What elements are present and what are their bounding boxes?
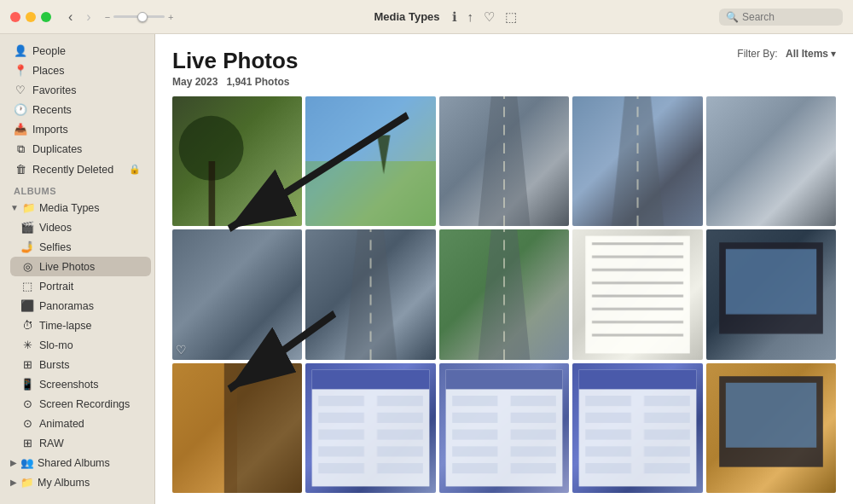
media-types-group[interactable]: ▼ 📁 Media Types — [3, 198, 151, 217]
raw-icon: ⊞ — [20, 437, 34, 449]
photo-grid: ♡ — [172, 96, 836, 493]
title-bar-center: Media Types ℹ ↑ ♡ ⬚ — [174, 8, 719, 26]
filter-button[interactable]: Filter By: All Items ▾ — [737, 48, 836, 60]
photo-canvas — [305, 96, 435, 226]
photo-cell[interactable] — [305, 96, 435, 226]
screenshots-icon: 📱 — [20, 378, 34, 391]
sidebar-item-animated[interactable]: ⊙ Animated — [10, 414, 151, 433]
sidebar-item-label: Favorites — [32, 84, 76, 96]
close-button[interactable] — [10, 12, 20, 22]
chevron-right-icon2: ▶ — [10, 478, 17, 487]
photo-cell[interactable] — [439, 229, 569, 359]
sidebar-item-panoramas[interactable]: ⬛ Panoramas — [10, 296, 151, 316]
page-subtitle: May 2023 1,941 Photos — [172, 76, 298, 88]
my-albums-group[interactable]: ▶ 📁 My Albums — [3, 472, 151, 492]
photo-cell[interactable] — [706, 363, 836, 493]
photo-cell[interactable] — [305, 229, 435, 359]
main-layout: 👤 People 📍 Places ♡ Favorites 🕐 Recents … — [0, 34, 853, 504]
screen-recordings-icon: ⊙ — [20, 397, 34, 410]
content-title-block: Live Photos May 2023 1,941 Photos — [172, 48, 298, 88]
forward-button[interactable]: › — [83, 8, 94, 26]
recents-icon: 🕐 — [14, 103, 27, 116]
sidebar-item-label: Animated — [39, 418, 84, 430]
photo-canvas — [439, 229, 569, 359]
date-label: May 2023 — [172, 76, 218, 88]
sidebar-item-bursts[interactable]: ⊞ Bursts — [10, 355, 151, 374]
favorites-icon: ♡ — [14, 84, 27, 96]
chevron-right-icon: ▶ — [10, 458, 17, 467]
photo-canvas — [172, 229, 302, 359]
chevron-down-icon: ▼ — [10, 203, 19, 212]
sidebar-item-label: Videos — [39, 222, 72, 234]
sidebar-item-videos[interactable]: 🎬 Videos — [10, 217, 151, 237]
share-button[interactable]: ↑ — [466, 8, 476, 26]
sidebar-item-portrait[interactable]: ⬚ Portrait — [10, 276, 151, 296]
portrait-icon: ⬚ — [20, 280, 34, 293]
minimize-button[interactable] — [26, 12, 36, 22]
photo-cell[interactable] — [172, 363, 302, 493]
search-bar[interactable]: 🔍 — [719, 9, 843, 26]
shared-albums-group[interactable]: ▶ 👥 Shared Albums — [3, 453, 151, 472]
photo-canvas — [572, 229, 702, 359]
toolbar-icons: ℹ ↑ ♡ ⬚ — [450, 8, 519, 26]
photo-cell[interactable]: ♡ — [172, 229, 302, 359]
photo-canvas — [572, 96, 702, 226]
sidebar-item-label: Recently Deleted — [32, 164, 113, 176]
imports-icon: 📥 — [14, 123, 27, 136]
sidebar-item-label: Slo-mo — [39, 339, 73, 351]
photo-cell[interactable] — [172, 96, 302, 226]
sidebar-item-recently-deleted[interactable]: 🗑 Recently Deleted 🔒 — [3, 159, 151, 179]
search-input[interactable] — [742, 11, 836, 23]
sidebar-item-label: Duplicates — [32, 143, 82, 155]
title-bar: ‹ › − + Media Types ℹ ↑ ♡ ⬚ 🔍 — [0, 0, 853, 34]
info-button[interactable]: ℹ — [450, 8, 459, 26]
photo-canvas — [439, 363, 569, 493]
photo-cell[interactable] — [572, 229, 702, 359]
photo-canvas — [439, 96, 569, 226]
photo-canvas — [572, 363, 702, 493]
photo-cell[interactable] — [439, 363, 569, 493]
media-types-label: Media Types — [39, 202, 100, 214]
recently-deleted-icon: 🗑 — [14, 163, 27, 176]
sidebar-item-slo-mo[interactable]: ✳ Slo-mo — [10, 335, 151, 355]
traffic-lights — [10, 12, 51, 22]
favorite-button[interactable]: ♡ — [176, 343, 187, 356]
sidebar-item-time-lapse[interactable]: ⏱ Time-lapse — [10, 316, 151, 335]
back-button[interactable]: ‹ — [65, 8, 76, 26]
sidebar-item-raw[interactable]: ⊞ RAW — [10, 433, 151, 453]
sidebar-item-label: Bursts — [39, 359, 69, 371]
toolbar-left: ‹ › − + — [65, 8, 174, 26]
photo-canvas — [172, 96, 302, 226]
photo-cell[interactable] — [572, 363, 702, 493]
fullscreen-button[interactable] — [41, 12, 51, 22]
zoom-control: − + — [105, 12, 174, 22]
photo-cell[interactable] — [305, 363, 435, 493]
media-types-children: 🎬 Videos 🤳 Selfies ◎ Live Photos ⬚ Portr… — [0, 217, 154, 453]
content-area: Live Photos May 2023 1,941 Photos Filter… — [155, 34, 853, 504]
view-button[interactable]: ⬚ — [503, 8, 519, 26]
sidebar-item-screenshots[interactable]: 📱 Screenshots — [10, 374, 151, 394]
content-header: Live Photos May 2023 1,941 Photos Filter… — [172, 48, 836, 88]
sidebar-item-label: Imports — [32, 124, 68, 136]
sidebar-item-selfies[interactable]: 🤳 Selfies — [10, 237, 151, 257]
my-albums-icon: 📁 — [20, 476, 34, 489]
shared-albums-icon: 👥 — [20, 456, 34, 469]
photo-cell[interactable] — [572, 96, 702, 226]
videos-icon: 🎬 — [20, 221, 34, 234]
sidebar-item-live-photos[interactable]: ◎ Live Photos — [10, 257, 151, 276]
window-title: Media Types — [374, 10, 439, 23]
sidebar-item-screen-recordings[interactable]: ⊙ Screen Recordings — [10, 394, 151, 414]
sidebar-item-people[interactable]: 👤 People — [3, 41, 151, 61]
sidebar-item-label: Screenshots — [39, 379, 98, 391]
sidebar-item-recents[interactable]: 🕐 Recents — [3, 100, 151, 119]
sidebar-item-favorites[interactable]: ♡ Favorites — [3, 80, 151, 100]
sidebar-item-places[interactable]: 📍 Places — [3, 61, 151, 80]
photo-cell[interactable] — [706, 96, 836, 226]
sidebar-item-imports[interactable]: 📥 Imports — [3, 119, 151, 139]
sidebar-item-duplicates[interactable]: ⧉ Duplicates — [3, 139, 151, 159]
photo-cell[interactable] — [439, 96, 569, 226]
photo-cell[interactable] — [706, 229, 836, 359]
sidebar-item-label: Live Photos — [39, 261, 95, 273]
selfies-icon: 🤳 — [20, 240, 34, 253]
favorite-button[interactable]: ♡ — [482, 8, 496, 26]
